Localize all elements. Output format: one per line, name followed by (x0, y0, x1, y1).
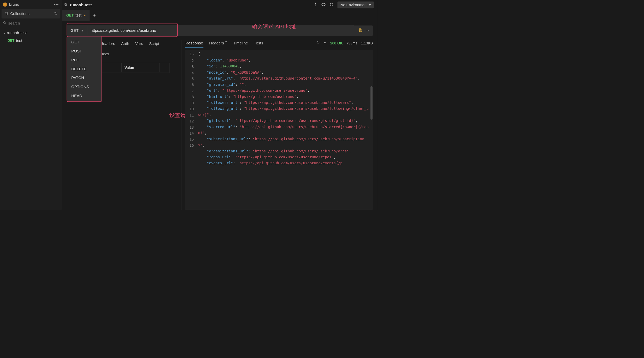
sort-icon[interactable]: ⇅ (54, 12, 57, 15)
method-badge: GET (7, 38, 14, 42)
method-option-head[interactable]: HEAD (67, 91, 102, 100)
tab-name: test (76, 13, 82, 18)
tab-timeline[interactable]: Timeline (233, 40, 248, 46)
method-option-put[interactable]: PUT (67, 56, 102, 65)
tab-headers[interactable]: Headers (100, 40, 115, 47)
chevron-down-icon: ▾ (369, 3, 371, 7)
tab-vars[interactable]: Vars (135, 40, 144, 47)
collections-bar[interactable]: Collections ⇅ (2, 9, 60, 19)
tab-method: GET (66, 13, 74, 18)
url-input[interactable] (87, 25, 354, 36)
unsaved-indicator-icon (84, 15, 85, 16)
method-option-get[interactable]: GET (67, 38, 102, 47)
env-label: No Environment (340, 3, 367, 7)
tab-resp-tests[interactable]: Tests (254, 40, 263, 46)
collections-icon (5, 11, 8, 16)
copy-icon[interactable] (64, 3, 67, 7)
svg-point-2 (3, 22, 5, 24)
request-name: test (16, 38, 22, 43)
gear-icon[interactable] (329, 3, 333, 7)
request-tab[interactable]: GET test (62, 10, 90, 21)
annotation-url-label: 输入请求 API 地址 (252, 23, 296, 30)
search-row[interactable] (0, 18, 62, 28)
response-pane: Response Headers25 Timeline Tests 200 OK (182, 40, 373, 210)
tab-response[interactable]: Response (185, 40, 203, 46)
method-option-post[interactable]: POST (67, 46, 102, 56)
url-bar: GET ▾ → 输入请求 API 地址 GET POST PUT DELETE … (62, 21, 377, 36)
clear-response-icon[interactable] (316, 41, 320, 45)
topbar: runoob-test No Environment ▾ (62, 0, 377, 10)
request-tabs-row: GET test + (62, 10, 377, 21)
environment-selector[interactable]: No Environment ▾ (337, 2, 374, 8)
download-icon[interactable] (323, 41, 327, 45)
response-body[interactable]: 1▼2345678910111213141516 { "login": "use… (185, 50, 373, 210)
svg-rect-1 (5, 12, 7, 15)
collection-item[interactable]: ⌄ runoob-test (0, 29, 62, 37)
method-value: GET (70, 28, 78, 33)
response-size: 1.13KB (361, 41, 373, 45)
svg-point-6 (315, 3, 316, 4)
breadcrumb: runoob-test (70, 3, 92, 7)
column-header-value: Value (122, 63, 160, 72)
sidebar: bruno ••• Collections ⇅ ⌄ runoob-test (0, 0, 62, 210)
svg-point-7 (323, 4, 324, 5)
method-option-options[interactable]: OPTIONS (67, 82, 102, 91)
chevron-down-icon: ▾ (81, 28, 83, 33)
method-option-patch[interactable]: PATCH (67, 73, 102, 82)
response-time: 799ms (346, 41, 357, 45)
svg-rect-5 (65, 3, 66, 5)
scrollbar[interactable] (371, 86, 373, 120)
new-tab-button[interactable]: + (90, 13, 99, 18)
status-code: 200 OK (330, 41, 343, 45)
app-logo-icon (3, 2, 7, 6)
method-select[interactable]: GET ▾ (67, 25, 87, 36)
search-icon (3, 21, 6, 26)
chevron-down-icon: ⌄ (3, 31, 5, 34)
send-icon[interactable]: → (366, 28, 370, 33)
params-table: Value (100, 63, 170, 73)
svg-line-9 (318, 42, 318, 43)
tab-resp-headers[interactable]: Headers25 (209, 40, 227, 46)
collections-label: Collections (10, 11, 30, 16)
tab-script[interactable]: Script (149, 40, 159, 47)
svg-line-3 (5, 23, 6, 24)
svg-point-8 (331, 4, 332, 5)
method-dropdown: GET POST PUT DELETE PATCH OPTIONS HEAD (67, 36, 102, 102)
eye-icon[interactable] (321, 2, 326, 7)
collection-name: runoob-test (7, 30, 27, 35)
search-input[interactable] (8, 21, 59, 26)
svg-rect-4 (65, 4, 67, 5)
more-icon[interactable]: ••• (54, 2, 59, 7)
method-option-delete[interactable]: DELETE (67, 65, 102, 74)
runner-icon[interactable] (313, 3, 317, 7)
column-header-name (100, 63, 122, 72)
request-item[interactable]: GET test (0, 37, 62, 44)
tab-auth[interactable]: Auth (121, 40, 130, 47)
app-name: bruno (9, 2, 19, 7)
save-icon[interactable] (358, 28, 362, 33)
